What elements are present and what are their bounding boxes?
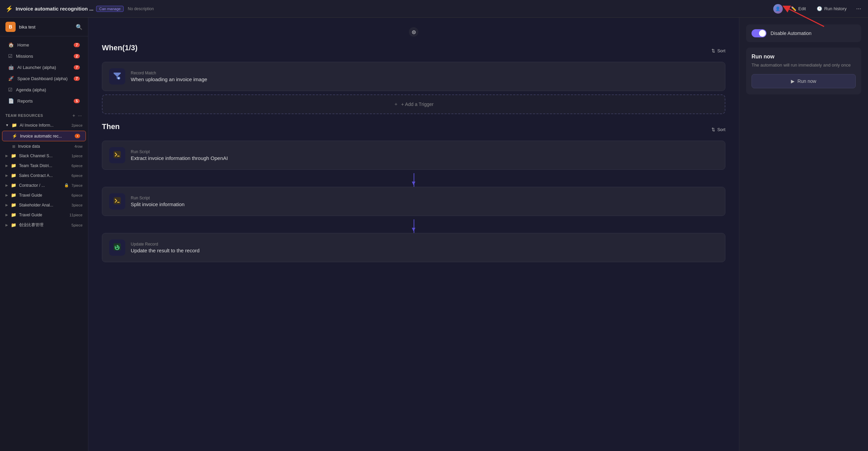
folder-icon: 📁 [11, 183, 16, 188]
sidebar-item-agenda[interactable]: ☑ Agenda (alpha) [3, 84, 85, 95]
app-title: Invoice automatic recognition ... [16, 6, 93, 12]
action-card-3[interactable]: Update Record Update the result to the r… [102, 233, 725, 262]
action-2-description: Split invoice information [131, 201, 718, 207]
then-section: Then ⇅ Sort [102, 122, 725, 262]
expand-arrow-icon: ▶ [5, 193, 8, 197]
run-history-button[interactable]: 🕐 Run history [814, 5, 849, 13]
filter-icon [112, 71, 122, 82]
action-2-type-label: Run Script [131, 196, 718, 200]
sidebar-item-reports[interactable]: 📄 Reports 5 [3, 95, 85, 106]
run-now-button[interactable]: ▶ Run now [752, 74, 856, 88]
sidebar-item-label: Missions [16, 54, 33, 59]
tree-item-label: Team Task Distri... [19, 163, 69, 168]
missions-badge: 2 [74, 54, 80, 58]
avatar[interactable]: 👤 [773, 4, 783, 14]
tree-container: ▼ 📁 AI Invoice Inform... 2piece ⚡ Invoic… [0, 120, 88, 230]
tree-item-travel-guide-1[interactable]: ▶ 📁 Travel Guide 6piece [0, 190, 88, 200]
tree-item-stakeholder[interactable]: ▶ 📁 Stakeholder Anal... 3piece [0, 200, 88, 210]
item-active-dot: • [75, 134, 80, 138]
then-sort-button[interactable]: ⇅ Sort [711, 127, 725, 132]
more-resources-button[interactable]: ··· [77, 112, 83, 119]
action-1-type-label: Run Script [131, 149, 718, 154]
canvas-area: ⊜ When(1/3) ⇅ Sort [88, 18, 739, 451]
can-manage-badge: Can manage [96, 6, 124, 12]
sidebar-item-space-dashboard[interactable]: 🚀 Space Dashboard (alpha) 7 [3, 73, 85, 84]
sort-icon: ⇅ [711, 48, 715, 53]
tree-item-sales[interactable]: ▶ 📁 Sales Contract A... 6piece [0, 170, 88, 180]
sidebar-item-label: Home [17, 42, 29, 48]
record-match-content: Record Match When uploading an invoice i… [131, 71, 718, 82]
record-match-card[interactable]: Record Match When uploading an invoice i… [102, 62, 725, 91]
when-section: When(1/3) ⇅ Sort [102, 43, 725, 114]
user-name: bika test [19, 24, 72, 30]
tree-item-travel-guide-2[interactable]: ▶ 📁 Travel Guide 11piece [0, 210, 88, 220]
action-card-2[interactable]: Run Script Split invoice information [102, 187, 725, 216]
connector-arrow-icon: ▼ [411, 226, 417, 233]
tree-item-invoice-data[interactable]: ⊞ Invoice data 4row [0, 142, 88, 151]
tree-item-startup[interactable]: ▶ 📁 创业比赛管理 5piece [0, 220, 88, 230]
script-icon [112, 150, 122, 161]
tree-item-slack[interactable]: ▶ 📁 Slack Channel S... 1piece [0, 151, 88, 161]
update-icon [112, 242, 122, 253]
connector-arrow-icon: ▼ [411, 180, 417, 187]
tree-item-label: Travel Guide [19, 193, 69, 198]
clock-icon: 🕐 [817, 6, 822, 11]
toggle-knob [759, 30, 766, 37]
expand-arrow-icon: ▶ [5, 183, 8, 187]
run-now-panel: Run now The automation will run immediat… [746, 48, 861, 94]
action-3-content: Update Record Update the result to the r… [131, 242, 718, 253]
disable-automation-toggle[interactable] [752, 29, 766, 37]
add-trigger-label: + Add a Trigger [401, 102, 433, 107]
when-title: When(1/3) [102, 43, 138, 52]
tree-item-label: Invoice data [18, 144, 72, 149]
sidebar-item-label: Reports [17, 98, 33, 104]
lock-icon: 🔒 [64, 183, 69, 187]
missions-icon: ☑ [8, 53, 13, 59]
user-avatar: B [5, 22, 16, 32]
home-badge: 7 [74, 43, 80, 47]
reports-icon: 📄 [8, 98, 14, 104]
action-card-1[interactable]: Run Script Extract invoice information t… [102, 141, 725, 170]
right-panel: Disable Automation Run now The automatio… [739, 18, 868, 451]
tree-item-contractor[interactable]: ▶ 📁 Contractor / ... 🔒 7piece [0, 180, 88, 190]
add-resource-button[interactable]: + [72, 112, 76, 119]
search-button[interactable]: 🔍 [76, 24, 83, 30]
sidebar-item-home[interactable]: 🏠 Home 7 [3, 39, 85, 50]
grid-icon: ⊞ [12, 144, 15, 149]
record-match-type-label: Record Match [131, 71, 718, 75]
tree-item-ai-invoice[interactable]: ▼ 📁 AI Invoice Inform... 2piece [0, 120, 88, 130]
update-record-icon-box [109, 239, 125, 256]
sidebar-item-missions[interactable]: ☑ Missions 2 [3, 51, 85, 61]
sidebar-item-label: Agenda (alpha) [16, 87, 46, 92]
record-match-icon-box [109, 68, 125, 85]
tree-item-team-task[interactable]: ▶ 📁 Team Task Distri... 6piece [0, 161, 88, 170]
tree-item-label: Slack Channel S... [19, 154, 69, 158]
agenda-icon: ☑ [8, 87, 13, 92]
script-icon [112, 196, 122, 207]
tree-item-label: 创业比赛管理 [19, 222, 69, 228]
tree-item-count: 4row [74, 144, 83, 148]
sidebar-item-ai-launcher[interactable]: 🤖 AI Launcher (alpha) 7 [3, 62, 85, 73]
collapse-sidebar-button[interactable]: ⊜ [409, 27, 418, 37]
content-area: ⊜ When(1/3) ⇅ Sort [88, 18, 868, 451]
run-now-title: Run now [752, 54, 856, 60]
more-options-button[interactable]: ··· [855, 4, 863, 14]
folder-icon: 📁 [11, 222, 16, 228]
app-description: No description [128, 6, 154, 11]
ai-launcher-badge: 7 [74, 65, 80, 70]
edit-button[interactable]: ✏️ Edit [788, 5, 809, 13]
expand-arrow-icon: ▶ [5, 164, 8, 167]
lightning-icon: ⚡ [5, 5, 13, 13]
sidebar-user[interactable]: B bika test 🔍 [0, 18, 88, 36]
when-sort-button[interactable]: ⇅ Sort [711, 48, 725, 53]
tree-item-count: 7piece [72, 183, 83, 187]
tree-item-invoice-auto[interactable]: ⚡ Invoice automatic rec... • [2, 131, 86, 141]
tree-item-count: 5piece [72, 223, 83, 227]
collapse-arrow-icon: ▼ [5, 123, 9, 127]
add-trigger-card[interactable]: ＋ + Add a Trigger [102, 94, 725, 114]
tree-item-label: AI Invoice Inform... [20, 123, 69, 128]
sidebar-item-label: AI Launcher (alpha) [17, 65, 56, 70]
team-resources-label: Team Resources [5, 113, 43, 118]
play-circle-icon: ▶ [791, 78, 795, 84]
run-script-icon-box-2 [109, 193, 125, 210]
